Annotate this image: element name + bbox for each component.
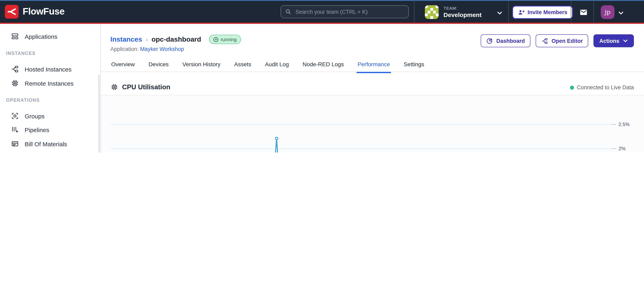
hosted-instances-icon <box>11 65 19 73</box>
navbar-divider <box>508 1 508 23</box>
mail-icon[interactable] <box>578 8 588 16</box>
search-icon <box>285 8 292 15</box>
team-search[interactable] <box>280 5 409 18</box>
tab-assets[interactable]: Assets <box>234 58 252 73</box>
y-axis-label: 2% <box>618 146 626 151</box>
sidebar-item-hosted-instances[interactable]: Hosted Instances <box>11 65 72 73</box>
breadcrumb-separator: › <box>146 36 148 43</box>
team-label: TEAM: <box>444 6 458 10</box>
top-navbar: FlowFuse TEAM: Development <box>0 0 644 24</box>
sidebar-item-applications[interactable]: Applications <box>11 32 58 40</box>
tab-node-red-logs[interactable]: Node-RED Logs <box>302 58 345 73</box>
flowfuse-app: FlowFuse TEAM: Development <box>0 0 644 152</box>
sidebar-section-label: INSTANCES <box>6 51 36 56</box>
breadcrumb: Instances › opc-dashboard running <box>110 35 241 44</box>
chart-title: CPU Utilisation <box>110 83 170 91</box>
instance-tabs: OverviewDevicesVersion HistoryAssetsAudi… <box>101 58 644 72</box>
tab-devices[interactable]: Devices <box>148 58 170 73</box>
breadcrumb-instances-link[interactable]: Instances <box>110 35 142 43</box>
sidebar-item-label: Hosted Instances <box>25 66 72 72</box>
sidebar-item-remote-instances[interactable]: Remote Instances <box>11 79 74 87</box>
header-actions: Dashboard Open Editor Actions <box>480 34 634 47</box>
tab-version-history[interactable]: Version History <box>182 58 221 73</box>
navbar-divider <box>594 1 594 23</box>
cpu-icon <box>110 83 118 91</box>
tab-audit-log[interactable]: Audit Log <box>264 58 290 73</box>
team-avatar[interactable] <box>425 5 439 19</box>
user-avatar[interactable]: jp <box>601 5 614 19</box>
chart-panel-background <box>101 95 644 152</box>
sidebar-item-label: Remote Instances <box>25 80 74 87</box>
remote-instances-icon <box>11 79 19 87</box>
page-title: opc-dashboard <box>152 35 201 43</box>
live-data-status: Connected to Live Data <box>570 84 634 90</box>
branch-icon <box>541 37 548 44</box>
brand-title[interactable]: FlowFuse <box>23 6 64 17</box>
sidebar-item-label: Applications <box>25 33 58 40</box>
connected-dot-icon <box>570 85 574 89</box>
actions-chevron-down-icon <box>622 38 628 44</box>
tab-settings[interactable]: Settings <box>403 58 425 73</box>
team-chevron-down-icon[interactable] <box>496 10 503 16</box>
tab-performance[interactable]: Performance <box>357 58 391 73</box>
flowfuse-logo-icon[interactable] <box>5 5 18 18</box>
user-plus-icon <box>518 9 525 16</box>
tab-overview[interactable]: Overview <box>110 58 136 73</box>
cpu-chart-area: 0%0.5%1%1.5%2%2.5%11:50:1111:51:0111:51:… <box>0 95 644 152</box>
application-link[interactable]: Mayker Workshop <box>140 46 184 52</box>
play-circle-icon <box>213 36 218 42</box>
team-name[interactable]: Development <box>444 11 482 18</box>
navbar-divider <box>571 1 571 23</box>
cpu-utilisation-chart[interactable]: 0%0.5%1%1.5%2%2.5%11:50:1111:51:0111:51:… <box>0 95 644 152</box>
pie-chart-icon <box>486 37 493 44</box>
chart-header: CPU Utilisation Connected to Live Data <box>101 80 644 95</box>
open-editor-button[interactable]: Open Editor <box>536 34 588 47</box>
navbar-divider <box>414 1 414 23</box>
applications-icon <box>11 32 19 40</box>
actions-button[interactable]: Actions <box>594 34 634 47</box>
user-menu-chevron-down-icon[interactable] <box>618 10 624 16</box>
search-input[interactable] <box>295 8 404 15</box>
y-axis-label: 2.5% <box>618 122 630 127</box>
data-point-marker <box>275 137 278 140</box>
application-line: Application: Mayker Workshop <box>110 46 184 52</box>
dashboard-button[interactable]: Dashboard <box>480 34 530 47</box>
invite-members-button[interactable]: Invite Members <box>512 6 573 19</box>
status-badge: running <box>209 35 241 44</box>
